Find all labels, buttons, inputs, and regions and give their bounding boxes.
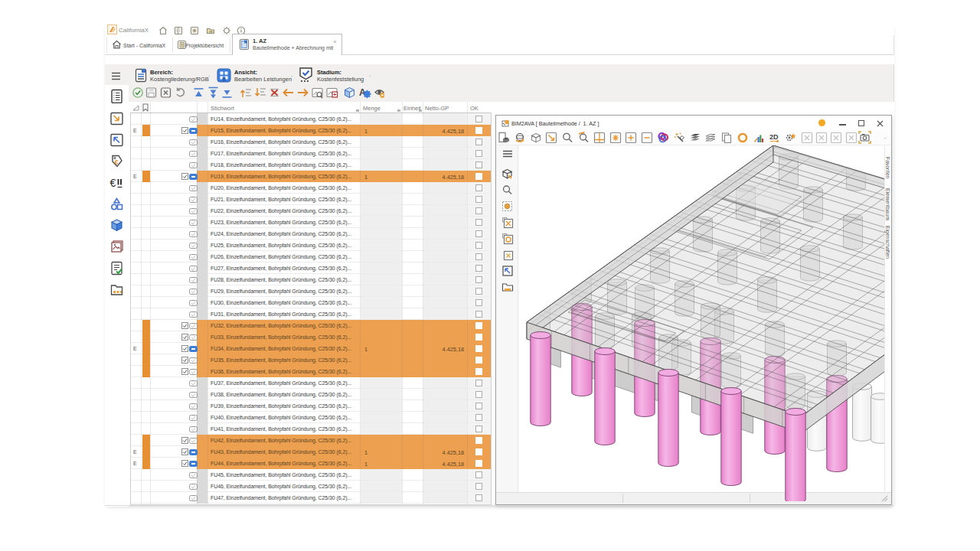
svg-text:€: € — [110, 177, 116, 189]
svg-text:2D: 2D — [769, 133, 779, 141]
svg-text:€: € — [115, 158, 119, 166]
